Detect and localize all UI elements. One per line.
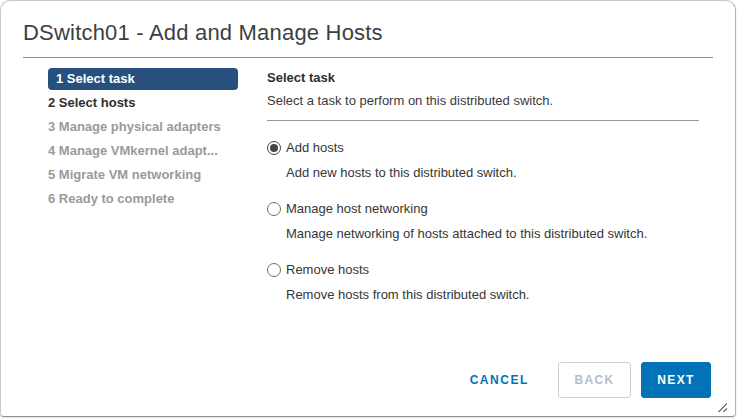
- content-subheading: Select a task to perform on this distrib…: [267, 93, 699, 108]
- content-heading: Select task: [267, 68, 699, 85]
- add-and-manage-hosts-dialog: DSwitch01 - Add and Manage Hosts 1 Selec…: [0, 0, 736, 417]
- cancel-button[interactable]: CANCEL: [470, 373, 529, 387]
- wizard-step-migrate-vm-networking: 5 Migrate VM networking: [48, 164, 238, 186]
- option-description: Add new hosts to this distributed switch…: [286, 165, 699, 180]
- option-add-hosts: Add hosts Add new hosts to this distribu…: [267, 140, 699, 180]
- radio-option-remove-hosts[interactable]: Remove hosts: [267, 262, 699, 277]
- option-manage-host-networking: Manage host networking Manage networking…: [267, 201, 699, 241]
- radio-selected-icon[interactable]: [267, 141, 281, 155]
- dialog-title: DSwitch01 - Add and Manage Hosts: [23, 20, 713, 46]
- back-button: BACK: [558, 362, 631, 398]
- wizard-step-select-hosts[interactable]: 2 Select hosts: [48, 92, 238, 114]
- radio-option-manage-host-networking[interactable]: Manage host networking: [267, 201, 699, 216]
- option-remove-hosts: Remove hosts Remove hosts from this dist…: [267, 262, 699, 302]
- wizard-step-select-task[interactable]: 1 Select task: [48, 68, 238, 90]
- option-description: Remove hosts from this distributed switc…: [286, 287, 699, 302]
- wizard-step-nav: 1 Select task 2 Select hosts 3 Manage ph…: [48, 68, 238, 323]
- option-label[interactable]: Manage host networking: [286, 201, 428, 216]
- wizard-step-content: Select task Select a task to perform on …: [267, 68, 699, 323]
- wizard-body: 1 Select task 2 Select hosts 3 Manage ph…: [1, 58, 735, 323]
- radio-option-add-hosts[interactable]: Add hosts: [267, 140, 699, 155]
- wizard-step-ready-to-complete: 6 Ready to complete: [48, 188, 238, 210]
- wizard-step-manage-physical-adapters: 3 Manage physical adapters: [48, 116, 238, 138]
- task-options: Add hosts Add new hosts to this distribu…: [267, 121, 699, 302]
- option-description: Manage networking of hosts attached to t…: [286, 226, 699, 241]
- option-label[interactable]: Add hosts: [286, 140, 344, 155]
- option-label[interactable]: Remove hosts: [286, 262, 369, 277]
- radio-unselected-icon[interactable]: [267, 202, 281, 216]
- radio-unselected-icon[interactable]: [267, 263, 281, 277]
- resize-handle-icon[interactable]: [715, 400, 727, 412]
- wizard-step-manage-vmkernel-adapters: 4 Manage VMkernel adapt...: [48, 140, 238, 162]
- next-button[interactable]: NEXT: [641, 362, 711, 398]
- dialog-footer: CANCEL BACK NEXT: [470, 362, 711, 398]
